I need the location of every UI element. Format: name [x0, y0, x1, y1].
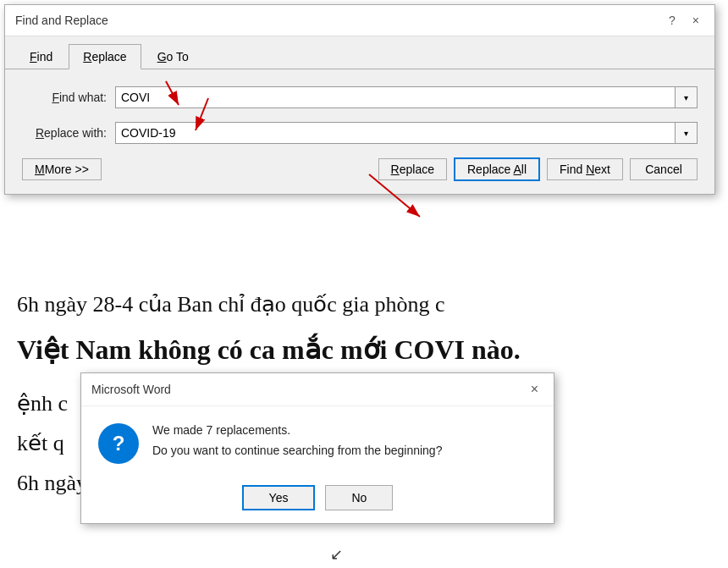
replace-dropdown-arrow[interactable]: ▾ — [676, 122, 698, 144]
titlebar-buttons: ? × — [664, 12, 704, 29]
popup-titlebar: Microsoft Word × — [81, 373, 554, 406]
close-dialog-button[interactable]: × — [687, 12, 704, 29]
tab-goto[interactable]: Go To — [143, 44, 203, 69]
doc-partial1: ệnh c — [17, 387, 68, 420]
find-what-input[interactable] — [115, 86, 676, 108]
popup-content: We made 7 replacements. Do you want to c… — [152, 423, 537, 457]
msword-popup: Microsoft Word × ? We made 7 replacement… — [80, 372, 554, 524]
find-input-wrapper: ▾ — [115, 86, 698, 108]
tab-replace[interactable]: Replace — [69, 44, 141, 69]
popup-body: ? We made 7 replacements. Do you want to… — [81, 406, 554, 477]
popup-message1: We made 7 replacements. — [152, 423, 537, 437]
tab-replace-label: R — [83, 50, 91, 63]
replace-with-row: Replace with: ▾ — [22, 122, 698, 144]
help-button[interactable]: ? — [664, 12, 681, 29]
tab-goto-label: G — [157, 50, 167, 63]
info-icon: ? — [98, 423, 139, 464]
replace-button[interactable]: Replace — [378, 158, 447, 180]
popup-message2: Do you want to continue searching from t… — [152, 444, 537, 457]
dialog-body: Find what: ▾ Replace with: ▾ MMore >> Re — [5, 69, 714, 194]
yes-button[interactable]: Yes — [242, 485, 316, 510]
doc-partial3: kết q — [17, 427, 64, 460]
replace-with-label: Replace with: — [22, 126, 115, 140]
cancel-button[interactable]: Cancel — [630, 158, 698, 180]
find-what-label: Find what: — [22, 91, 115, 104]
dialog-title: Find and Replace — [15, 14, 108, 27]
replace-with-input[interactable] — [115, 122, 676, 144]
dialog-tabs: Find Replace Go To — [5, 36, 714, 69]
tab-find-label: F — [30, 50, 37, 63]
doc-line2: Việt Nam không có ca mắc mới COVI nào. — [17, 329, 711, 370]
action-buttons: MMore >> Replace Replace All Find Next C… — [22, 157, 698, 181]
replace-all-button[interactable]: Replace All — [454, 157, 540, 181]
tab-find[interactable]: Find — [15, 44, 67, 69]
doc-line1: 6h ngày 28-4 của Ban chỉ đạo quốc gia ph… — [17, 288, 711, 321]
no-button[interactable]: No — [325, 485, 393, 510]
popup-close-button[interactable]: × — [526, 380, 543, 399]
find-next-button[interactable]: Find Next — [547, 158, 623, 180]
replace-input-wrapper: ▾ — [115, 122, 698, 144]
dialog-titlebar: Find and Replace ? × — [5, 5, 714, 36]
more-button[interactable]: MMore >> — [22, 158, 102, 180]
popup-title: Microsoft Word — [91, 383, 171, 396]
find-what-row: Find what: ▾ — [22, 86, 698, 108]
popup-buttons: Yes No — [81, 477, 554, 523]
find-dropdown-arrow[interactable]: ▾ — [676, 86, 698, 108]
find-replace-dialog: Find and Replace ? × Find Replace Go To … — [4, 4, 715, 195]
